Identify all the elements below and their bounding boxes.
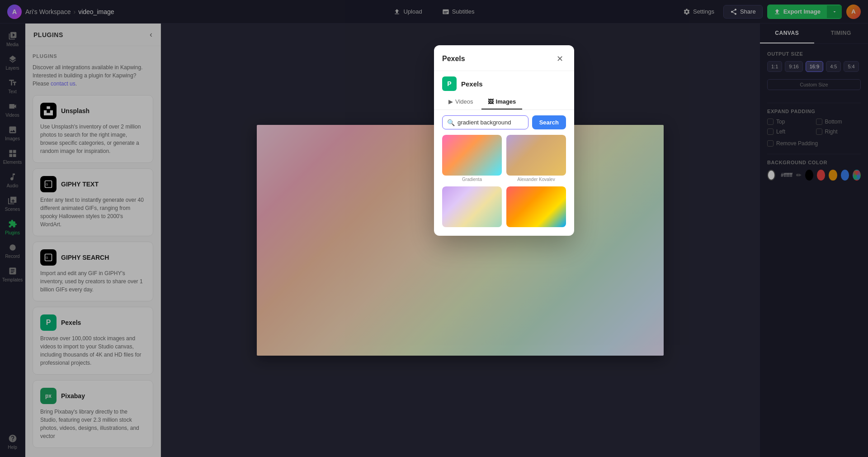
result-item-2[interactable]: Alexander Kovalev <box>506 135 566 182</box>
result-label-2: Alexander Kovalev <box>506 177 566 182</box>
pexels-modal: Pexels ✕ P Pexels ▶ Videos 🖼 Images 🔍 <box>434 45 574 236</box>
pexels-icon-letter: P <box>447 80 451 87</box>
modal-tab-videos[interactable]: ▶ Videos <box>442 95 480 109</box>
modal-header: Pexels ✕ <box>434 45 574 71</box>
modal-brand: P Pexels <box>434 71 574 95</box>
result-image-1 <box>442 135 502 176</box>
pexels-search-button[interactable]: Search <box>532 115 566 129</box>
modal-close-button[interactable]: ✕ <box>553 52 566 65</box>
modal-tab-images[interactable]: 🖼 Images <box>481 95 523 109</box>
modal-search: 🔍 Search <box>434 110 574 135</box>
pexels-search-input[interactable] <box>458 119 524 126</box>
videos-tab-icon: ▶ <box>448 98 453 105</box>
result-label-1: Gradienta <box>442 177 502 182</box>
result-item-1[interactable]: Gradienta <box>442 135 502 182</box>
result-item-3[interactable] <box>442 186 502 228</box>
modal-media-tabs: ▶ Videos 🖼 Images <box>434 95 574 110</box>
result-image-4 <box>506 186 566 227</box>
search-button-label: Search <box>539 119 559 126</box>
search-magnifier-icon: 🔍 <box>447 119 455 126</box>
modal-results: Gradienta Alexander Kovalev <box>434 135 574 236</box>
search-input-wrap[interactable]: 🔍 <box>442 115 528 129</box>
result-image-2 <box>506 135 566 176</box>
videos-tab-label: Videos <box>455 98 473 105</box>
pexels-modal-icon: P <box>442 76 457 91</box>
modal-overlay[interactable]: Pexels ✕ P Pexels ▶ Videos 🖼 Images 🔍 <box>0 0 868 457</box>
images-tab-label: Images <box>496 98 516 105</box>
pexels-brand-name: Pexels <box>461 80 483 88</box>
modal-title: Pexels <box>442 55 465 63</box>
result-item-4[interactable] <box>506 186 566 228</box>
result-image-3 <box>442 186 502 227</box>
images-tab-icon: 🖼 <box>488 98 494 105</box>
